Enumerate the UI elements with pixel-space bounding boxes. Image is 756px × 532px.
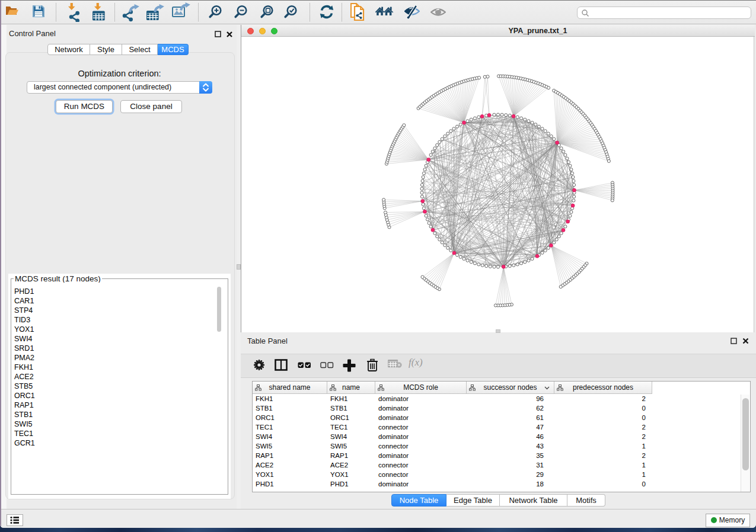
svg-text:f(x): f(x) — [409, 357, 423, 368]
